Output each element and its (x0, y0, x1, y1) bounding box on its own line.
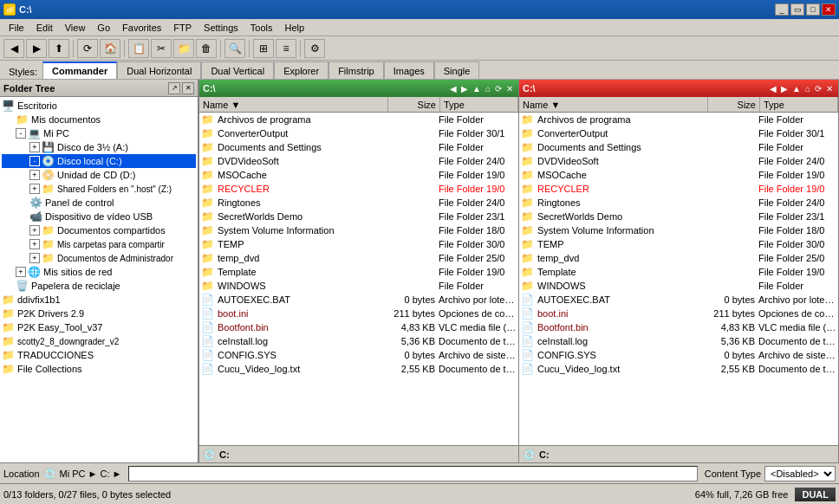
file-row[interactable]: 📄CONFIG.SYS0 bytesArchivo de sistema 18/… (519, 348, 838, 362)
menu-view[interactable]: View (60, 21, 91, 35)
right-panel-nav-forward[interactable]: ▶ (779, 84, 790, 94)
file-row[interactable]: 📁TEMPFile Folder 30/0 (519, 237, 838, 251)
folder-tree-undock-button[interactable]: ↗ (168, 82, 180, 94)
file-row[interactable]: 📁RingtonesFile Folder 24/0 (519, 196, 838, 210)
tree-item-papelera[interactable]: 🗑️ Papelera de reciclaje (2, 279, 196, 293)
expand-mi-pc[interactable]: - (16, 128, 26, 139)
file-row[interactable]: 📁RingtonesFile Folder 24/0 (199, 196, 518, 210)
tree-item-shared-folders[interactable]: + 📁 Shared Folders en ".host" (Z:) (2, 182, 196, 196)
file-row[interactable]: 📄CONFIG.SYS0 bytesArchivo de sistema 18/… (199, 348, 518, 362)
file-row[interactable]: 📁System Volume InformationFile Folder 18… (199, 223, 518, 237)
left-panel-nav-up[interactable]: ▲ (471, 84, 483, 94)
file-row[interactable]: 📁System Volume InformationFile Folder 18… (519, 223, 838, 237)
up-button[interactable]: ⬆ (49, 39, 69, 58)
file-row[interactable]: 📁Documents and SettingsFile Folder (519, 140, 838, 154)
tree-item-docs-compartidos[interactable]: + 📁 Documentos compartidos (2, 223, 196, 237)
right-panel-nav-up[interactable]: ▲ (790, 84, 803, 94)
search-button[interactable]: 🔍 (224, 39, 245, 58)
tree-item-p2k-drivers[interactable]: 📁 P2K Drivers 2.9 (2, 307, 196, 320)
location-input[interactable] (128, 466, 697, 481)
file-row[interactable]: 📄ceInstall.log5,36 KBDocumento de t... 0… (519, 334, 838, 348)
menu-file[interactable]: File (3, 21, 29, 35)
home-button[interactable]: 🏠 (100, 39, 120, 58)
view-list-button[interactable]: ≡ (276, 39, 296, 58)
file-row[interactable]: 📁TemplateFile Folder 19/0 (199, 265, 518, 279)
back-button[interactable]: ◀ (3, 39, 24, 58)
file-row[interactable]: 📁WINDOWSFile Folder (519, 279, 838, 293)
right-panel-nav-refresh[interactable]: ⟳ (813, 84, 823, 94)
file-row[interactable]: 📁Archivos de programaFile Folder (199, 113, 518, 126)
menu-settings[interactable]: Settings (198, 21, 244, 35)
maximize-button[interactable]: □ (806, 3, 820, 16)
file-row[interactable]: 📄Bootfont.bin4,83 KBVLC media file (....… (519, 320, 838, 334)
file-row[interactable]: 📄boot.ini211 bytesOpciones de con... 18/… (519, 307, 838, 320)
close-button[interactable]: ✕ (822, 3, 836, 16)
file-row[interactable]: 📁SecretWorlds DemoFile Folder 23/1 (199, 210, 518, 223)
tab-single[interactable]: Single (434, 61, 480, 79)
file-row[interactable]: 📁temp_dvdFile Folder 25/0 (199, 251, 518, 265)
right-panel-nav-back[interactable]: ◀ (768, 84, 778, 94)
right-panel-close[interactable]: ✕ (824, 84, 835, 94)
tree-item-mis-sitios[interactable]: + 🌐 Mis sitios de red (2, 265, 196, 279)
file-row[interactable]: 📁MSOCacheFile Folder 19/0 (199, 168, 518, 182)
tree-item-mis-carpetas[interactable]: + 📁 Mis carpetas para compartir (2, 237, 196, 251)
file-row[interactable]: 📁TemplateFile Folder 19/0 (519, 265, 838, 279)
file-row[interactable]: 📁DVDVideoSoftFile Folder 24/0 (199, 154, 518, 168)
expand-disco-c[interactable]: - (29, 156, 40, 166)
tree-item-mi-pc[interactable]: - 💻 Mi PC (2, 126, 196, 140)
file-row[interactable]: 📄AUTOEXEC.BAT0 bytesArchivo por lote... … (199, 293, 518, 307)
move-button[interactable]: ✂ (151, 39, 172, 58)
file-row[interactable]: 📄AUTOEXEC.BAT0 bytesArchivo por lote... … (519, 293, 838, 307)
tree-item-escritorio[interactable]: 🖥️ Escritorio (2, 99, 196, 113)
tab-commander[interactable]: Commander (42, 61, 117, 79)
file-row[interactable]: 📁MSOCacheFile Folder 19/0 (519, 168, 838, 182)
menu-go[interactable]: Go (92, 21, 115, 35)
file-row[interactable]: 📁DVDVideoSoftFile Folder 24/0 (519, 154, 838, 168)
refresh-button[interactable]: ⟳ (77, 39, 98, 58)
tree-item-mis-documentos[interactable]: 📁 Mis documentos (2, 113, 196, 126)
tree-item-docs-admin[interactable]: + 📁 Documentos de Administrador (2, 251, 196, 265)
file-row[interactable]: 📁Archivos de programaFile Folder (519, 113, 838, 126)
file-row[interactable]: 📁TEMPFile Folder 30/0 (199, 237, 518, 251)
menu-tools[interactable]: Tools (245, 21, 278, 35)
expand-shared-folders[interactable]: + (29, 184, 40, 194)
file-row[interactable]: 📄Cucu_Video_log.txt2,55 KBDocumento de t… (199, 362, 518, 376)
tree-item-dispositivo-video[interactable]: 📹 Dispositivo de vídeo USB (2, 210, 196, 223)
tree-item-p2k-easy[interactable]: 📁 P2K Easy_Tool_v37 (2, 320, 196, 334)
file-row[interactable]: 📄boot.ini211 bytesOpciones de con... 18/… (199, 307, 518, 320)
menu-edit[interactable]: Edit (31, 21, 58, 35)
settings-button[interactable]: ⚙ (304, 39, 325, 58)
delete-button[interactable]: 🗑 (196, 39, 217, 58)
tab-images[interactable]: Images (384, 61, 434, 79)
tree-item-traducciones[interactable]: 📁 TRADUCCIONES (2, 348, 196, 362)
expand-docs-compartidos[interactable]: + (29, 225, 40, 236)
expand-unidad-cd[interactable]: + (29, 170, 40, 180)
view-icons-button[interactable]: ⊞ (253, 39, 274, 58)
left-panel-nav-forward[interactable]: ▶ (459, 84, 470, 94)
new-folder-button[interactable]: 📁 (173, 39, 194, 58)
folder-tree-close-button[interactable]: ✕ (182, 82, 194, 94)
right-panel-nav-home[interactable]: ⌂ (803, 84, 812, 94)
menu-ftp[interactable]: FTP (168, 21, 197, 35)
left-panel-nav-back[interactable]: ◀ (448, 84, 459, 94)
file-row[interactable]: 📁Documents and SettingsFile Folder (199, 140, 518, 154)
expand-disco-3[interactable]: + (29, 142, 40, 152)
menu-favorites[interactable]: Favorites (117, 21, 166, 35)
file-row[interactable]: 📄Cucu_Video_log.txt2,55 KBDocumento de t… (519, 362, 838, 376)
file-row[interactable]: 📄ceInstall.log5,36 KBDocumento de t... 0… (199, 334, 518, 348)
left-col-name[interactable]: Name ▼ (199, 97, 388, 112)
tab-explorer[interactable]: Explorer (274, 61, 328, 79)
file-row[interactable]: 📁ConverterOutputFile Folder 30/1 (199, 126, 518, 140)
minimize-button[interactable]: _ (775, 3, 789, 16)
restore-button[interactable]: ▭ (790, 3, 804, 16)
tree-item-disco-3[interactable]: + 💾 Disco de 3½ (A:) (2, 140, 196, 154)
right-col-name[interactable]: Name ▼ (519, 97, 708, 112)
expand-docs-admin[interactable]: + (29, 253, 40, 263)
left-col-size[interactable]: Size (388, 97, 440, 112)
tab-dual-horizontal[interactable]: Dual Horizontal (117, 61, 201, 79)
menu-help[interactable]: Help (280, 21, 310, 35)
file-row[interactable]: 📁RECYCLERFile Folder 19/0 (519, 182, 838, 196)
left-panel-close[interactable]: ✕ (504, 84, 515, 94)
left-file-list[interactable]: 📁Archivos de programaFile Folder📁Convert… (199, 113, 518, 445)
file-row[interactable]: 📁SecretWorlds DemoFile Folder 23/1 (519, 210, 838, 223)
